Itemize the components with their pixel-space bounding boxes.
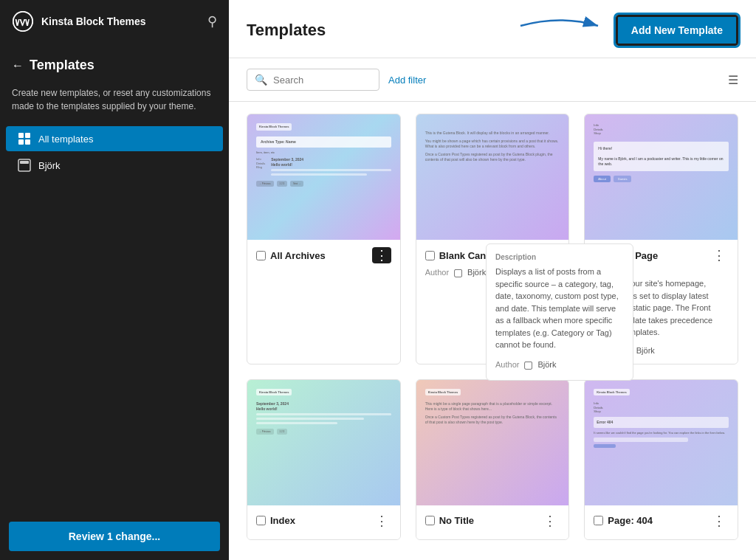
sidebar-section-title: Templates (30, 58, 94, 73)
template-select-no-title[interactable] (425, 516, 435, 525)
template-author-all-archives: Author ▢ Björk (495, 357, 624, 373)
template-preview-blank-canvas: This is the Gutena Block. It will displa… (416, 114, 569, 240)
template-select-page-404[interactable] (594, 516, 603, 525)
theme-icon (18, 159, 31, 172)
template-preview-no-title: Kinsta Block Themes This might be a sing… (416, 380, 569, 505)
template-preview-front-page: InfoDetailsShop Hi there!My name is Björ… (585, 114, 738, 240)
sidebar-item-all-templates[interactable]: All templates (6, 126, 223, 151)
template-card-footer-index: Index ⋮ (247, 505, 400, 539)
sidebar-description: Create new templates, or reset any custo… (0, 80, 229, 125)
template-card-footer-no-title: No Title ⋮ (416, 505, 569, 539)
description-heading-all-archives: Description (495, 252, 624, 263)
search-box[interactable]: 🔍 (247, 69, 379, 91)
template-select-index[interactable] (256, 516, 266, 525)
template-card-index[interactable]: Kinsta Block Themes September 3, 2024Hel… (247, 379, 401, 540)
add-filter-button[interactable]: Add filter (388, 75, 426, 86)
site-name: Kinsta Block Themes (41, 15, 146, 27)
theme-icon-blank-canvas: ▢ (453, 266, 463, 278)
template-card-page-404[interactable]: Kinsta Block Themes InfoDetailsShop Erro… (584, 379, 738, 540)
review-changes-button[interactable]: Review 1 change... (9, 522, 220, 551)
template-card-footer-all-archives: All Archives ⋮ (247, 240, 400, 274)
sidebar-footer: Review 1 change... (0, 513, 229, 560)
template-card-no-title[interactable]: Kinsta Block Themes This might be a sing… (416, 379, 570, 540)
author-name-blank-canvas: Björk (467, 268, 486, 277)
main-content: Templates Add New Template 🔍 Add filter … (229, 0, 756, 560)
search-icon[interactable]: ⚲ (207, 13, 217, 30)
main-header: Templates Add New Template (229, 0, 756, 58)
template-checkbox-all-archives[interactable]: All Archives (256, 250, 326, 261)
template-more-button-front-page[interactable]: ⋮ (709, 247, 729, 263)
template-more-button-all-archives[interactable]: ⋮ (372, 247, 391, 263)
template-card-footer-page-404: Page: 404 ⋮ (585, 505, 738, 539)
sidebar-item-bjork-label: Björk (38, 160, 61, 171)
grid-icon (18, 132, 31, 145)
template-select-all-archives[interactable] (256, 251, 266, 260)
author-label-blank-canvas: Author (425, 268, 449, 277)
sidebar-header: Kinsta Block Themes ⚲ (0, 0, 229, 43)
svg-rect-4 (18, 139, 24, 145)
sidebar-item-bjork[interactable]: Björk (6, 153, 223, 178)
template-name-no-title: No Title (439, 515, 474, 526)
template-select-blank-canvas[interactable] (425, 251, 435, 260)
filter-options-icon[interactable]: ☰ (728, 73, 738, 87)
svg-rect-5 (25, 139, 30, 145)
author-name-front-page: Björk (636, 346, 655, 355)
template-more-button-index[interactable]: ⋮ (372, 513, 391, 529)
sidebar-back-button[interactable]: ← Templates (0, 50, 229, 80)
template-name-page-404: Page: 404 (608, 515, 653, 526)
template-preview-page-404: Kinsta Block Themes InfoDetailsShop Erro… (585, 380, 738, 505)
svg-rect-3 (25, 133, 30, 138)
template-checkbox-no-title[interactable]: No Title (425, 515, 474, 526)
search-input[interactable] (273, 75, 371, 86)
wordpress-logo (12, 10, 34, 32)
svg-rect-2 (18, 133, 24, 138)
sidebar-navigation: ← Templates Create new templates, or res… (0, 43, 229, 513)
description-text-all-archives: Displays a list of posts from a specific… (495, 266, 624, 351)
back-arrow-icon: ← (12, 59, 24, 72)
template-card-all-archives[interactable]: Kinsta Block Themes Archive Type: Name I… (247, 114, 401, 364)
template-name-all-archives: All Archives (270, 250, 326, 261)
template-more-button-page-404[interactable]: ⋮ (709, 513, 729, 529)
template-preview-index: Kinsta Block Themes September 3, 2024Hel… (247, 380, 400, 505)
add-new-template-button[interactable]: Add New Template (616, 15, 738, 46)
filter-bar: 🔍 Add filter ☰ (229, 58, 756, 102)
svg-rect-7 (20, 161, 29, 164)
sidebar-item-all-templates-label: All templates (38, 134, 93, 145)
template-checkbox-index[interactable]: Index (256, 515, 295, 526)
template-preview-all-archives: Kinsta Block Themes Archive Type: Name I… (247, 114, 400, 240)
template-checkbox-page-404[interactable]: Page: 404 (594, 515, 653, 526)
arrow-to-add-new (517, 11, 605, 41)
search-icon: 🔍 (255, 74, 267, 86)
page-title: Templates (247, 21, 326, 40)
sidebar: Kinsta Block Themes ⚲ ← Templates Create… (0, 0, 229, 560)
templates-row-2: Kinsta Block Themes September 3, 2024Hel… (247, 379, 738, 540)
template-more-button-no-title[interactable]: ⋮ (540, 513, 560, 529)
template-name-index: Index (270, 515, 295, 526)
